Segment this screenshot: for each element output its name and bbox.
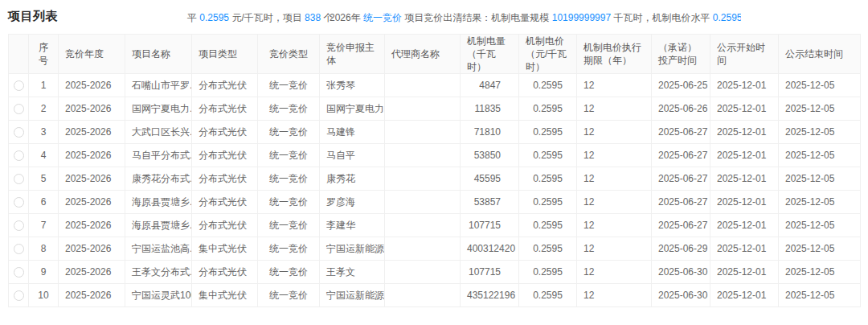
row-radio-cell bbox=[9, 97, 29, 121]
cell-publicity-end: 2025-12-05 bbox=[779, 237, 861, 261]
row-radio-button[interactable] bbox=[14, 80, 24, 91]
cell-bidding-type: 统一竞价 bbox=[258, 97, 320, 121]
cell-declaring-entity: 宁国运新能源... bbox=[320, 284, 385, 307]
cell-seq: 3 bbox=[29, 121, 59, 144]
cell-production-time: 2025-06-29 bbox=[652, 237, 710, 261]
cell-mechanism-energy: 107715 bbox=[461, 261, 519, 284]
avg-price-value: 0.2595 bbox=[199, 12, 229, 23]
cell-agent-name bbox=[385, 97, 461, 121]
col-header-bidding-year: 竞价年度 bbox=[59, 35, 125, 74]
row-radio-button[interactable] bbox=[14, 220, 24, 231]
cell-publicity-start: 2025-12-01 bbox=[710, 74, 779, 97]
cell-mechanism-energy: 45595 bbox=[461, 167, 519, 191]
cell-mechanism-price: 0.2595 bbox=[519, 261, 577, 284]
row-radio-button[interactable] bbox=[14, 104, 24, 114]
row-radio-button[interactable] bbox=[14, 290, 24, 301]
cell-agent-name bbox=[385, 237, 461, 261]
cell-bidding-type: 统一竞价 bbox=[258, 261, 320, 284]
cell-mechanism-energy: 53850 bbox=[461, 144, 519, 167]
cell-project-name: 王孝文分布式... bbox=[125, 261, 192, 284]
cell-project-name: 大武口区长兴... bbox=[125, 121, 192, 144]
cell-mechanism-price: 0.2595 bbox=[519, 121, 577, 144]
cell-project-name: 马自平分布式... bbox=[125, 144, 192, 167]
cell-publicity-start: 2025-12-01 bbox=[710, 121, 779, 144]
col-header-project-name: 项目名称 bbox=[125, 35, 192, 74]
cell-agent-name bbox=[385, 214, 461, 237]
row-radio-button[interactable] bbox=[14, 267, 24, 278]
cell-publicity-end: 2025-12-05 bbox=[779, 167, 861, 191]
col-header-publicity-end: 公示结束时间 bbox=[779, 35, 861, 74]
cell-bidding-year: 2025-2026 bbox=[59, 74, 125, 97]
row-radio-button[interactable] bbox=[14, 174, 24, 184]
cell-bidding-year: 2025-2026 bbox=[59, 144, 125, 167]
cell-production-time: 2025-06-27 bbox=[652, 167, 710, 191]
table-row: 8 2025-2026 宁国运盐池高... 集中式光伏 统一竞价 宁国运新能源(… bbox=[9, 237, 861, 261]
cell-mechanism-price: 0.2595 bbox=[519, 97, 577, 121]
col-header-seq: 序号 bbox=[29, 35, 59, 74]
page-header: 项目列表 平 0.2595 元/千瓦时，项目 838 个 2026年 统一竞价 … bbox=[0, 0, 868, 34]
cell-bidding-year: 2025-2026 bbox=[59, 167, 125, 191]
col-header-execution-term: 机制电价执行期限（年） bbox=[577, 35, 652, 74]
cell-project-name: 宁国运盐池高... bbox=[125, 237, 192, 261]
cell-bidding-type: 统一竞价 bbox=[258, 191, 320, 214]
cell-project-name: 国网宁夏电力... bbox=[125, 97, 192, 121]
table-row: 9 2025-2026 王孝文分布式... 分布式光伏 统一竞价 王孝文 107… bbox=[9, 261, 861, 284]
cell-declaring-entity: 王孝文 bbox=[320, 261, 385, 284]
col-header-mechanism-price: 机制电价（元/千瓦时） bbox=[519, 35, 577, 74]
cell-project-type: 分布式光伏 bbox=[192, 167, 258, 191]
cell-bidding-type: 统一竞价 bbox=[258, 167, 320, 191]
clearing-price-value: 0.2595 bbox=[713, 12, 741, 23]
cell-mechanism-price: 0.2595 bbox=[519, 191, 577, 214]
cell-seq: 5 bbox=[29, 167, 59, 191]
cell-mechanism-energy: 107715 bbox=[461, 214, 519, 237]
cell-declaring-entity: 马自平 bbox=[320, 144, 385, 167]
cell-execution-term: 12 bbox=[577, 284, 652, 307]
row-radio-cell bbox=[9, 167, 29, 191]
clearing-energy-unit: 千瓦时，机制电价水平 bbox=[611, 12, 713, 23]
cell-execution-term: 12 bbox=[577, 191, 652, 214]
row-radio-cell bbox=[9, 237, 29, 261]
cell-project-type: 分布式光伏 bbox=[192, 97, 258, 121]
cell-project-type: 分布式光伏 bbox=[192, 74, 258, 97]
cell-mechanism-energy: 400312420 bbox=[461, 237, 519, 261]
average-price-summary: 平 0.2595 元/千瓦时，项目 838 个 bbox=[187, 11, 333, 24]
cell-publicity-end: 2025-12-05 bbox=[779, 121, 861, 144]
cell-seq: 2 bbox=[29, 97, 59, 121]
cell-mechanism-energy: 4847 bbox=[461, 74, 519, 97]
cell-publicity-start: 2025-12-01 bbox=[710, 97, 779, 121]
cell-declaring-entity: 宁国运新能源(... bbox=[320, 237, 385, 261]
row-radio-button[interactable] bbox=[14, 197, 24, 208]
cell-seq: 4 bbox=[29, 144, 59, 167]
cell-bidding-type: 统一竞价 bbox=[258, 144, 320, 167]
cell-bidding-type: 统一竞价 bbox=[258, 214, 320, 237]
row-radio-cell bbox=[9, 261, 29, 284]
cell-execution-term: 12 bbox=[577, 237, 652, 261]
table-body: 1 2025-2026 石嘴山市平罗... 分布式光伏 统一竞价 张秀琴 484… bbox=[9, 74, 861, 307]
cell-mechanism-price: 0.2595 bbox=[519, 237, 577, 261]
cell-publicity-start: 2025-12-01 bbox=[710, 237, 779, 261]
cell-project-type: 分布式光伏 bbox=[192, 191, 258, 214]
cell-execution-term: 12 bbox=[577, 214, 652, 237]
clearing-year: 2026年 bbox=[330, 12, 363, 23]
row-radio-button[interactable] bbox=[14, 244, 24, 254]
row-radio-button[interactable] bbox=[14, 127, 24, 138]
col-header-production-time: （承诺）投产时间 bbox=[652, 35, 710, 74]
table-row: 2 2025-2026 国网宁夏电力... 分布式光伏 统一竞价 国网宁夏电力.… bbox=[9, 97, 861, 121]
cell-declaring-entity: 康秀花 bbox=[320, 167, 385, 191]
project-list-table: 序号 竞价年度 项目名称 项目类型 竞价类型 竞价申报主体 代理商名称 机制电量… bbox=[8, 34, 861, 307]
cell-publicity-end: 2025-12-05 bbox=[779, 74, 861, 97]
cell-project-type: 分布式光伏 bbox=[192, 261, 258, 284]
page-title: 项目列表 bbox=[8, 9, 58, 24]
col-header-radio bbox=[9, 35, 29, 74]
clearing-bid-type: 统一竞价 bbox=[363, 12, 402, 23]
project-table: 序号 竞价年度 项目名称 项目类型 竞价类型 竞价申报主体 代理商名称 机制电量… bbox=[8, 34, 860, 307]
cell-seq: 6 bbox=[29, 191, 59, 214]
cell-publicity-end: 2025-12-05 bbox=[779, 261, 861, 284]
cell-mechanism-price: 0.2595 bbox=[519, 167, 577, 191]
cell-declaring-entity: 张秀琴 bbox=[320, 74, 385, 97]
clearing-result-summary: 2026年 统一竞价 项目竞价出清结果：机制电量规模 10199999997 千… bbox=[330, 11, 741, 24]
cell-execution-term: 12 bbox=[577, 167, 652, 191]
table-row: 5 2025-2026 康秀花分布式... 分布式光伏 统一竞价 康秀花 455… bbox=[9, 167, 861, 191]
row-radio-button[interactable] bbox=[14, 150, 24, 161]
cell-production-time: 2025-06-26 bbox=[652, 97, 710, 121]
